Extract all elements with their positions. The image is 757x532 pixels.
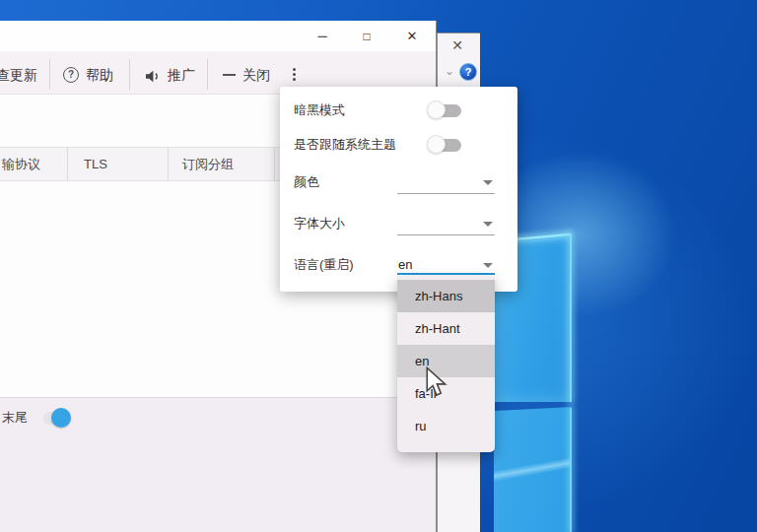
minimize-button[interactable]: ─ — [301, 24, 344, 49]
minus-icon — [223, 74, 236, 76]
toggle-knob — [427, 100, 446, 119]
column-header-subscription-group[interactable]: 订阅分组 — [182, 154, 234, 175]
help-icon[interactable]: ? — [459, 63, 477, 81]
dropdown-item-zh-hans[interactable]: zh-Hans — [397, 280, 495, 312]
close-button[interactable]: ✕ — [390, 24, 434, 49]
language-label: 语言(重启) — [294, 255, 354, 275]
language-combobox-value[interactable]: en — [398, 255, 412, 275]
more-options-icon[interactable] — [289, 66, 299, 86]
help-circle-icon: ? — [63, 67, 79, 83]
color-label: 颜色 — [294, 172, 319, 192]
dark-mode-toggle[interactable] — [427, 100, 462, 120]
chevron-down-icon[interactable] — [483, 222, 493, 227]
chevron-down-icon[interactable] — [483, 180, 493, 185]
help-menu[interactable]: 帮助 — [86, 65, 113, 85]
toolbar-divider — [129, 59, 130, 90]
status-toggle-on[interactable] — [41, 406, 75, 430]
windows-logo-glow-edge — [570, 408, 572, 532]
status-label: 末尾 — [2, 408, 28, 428]
toolbar-divider — [207, 59, 208, 90]
maximize-button[interactable]: □ — [345, 24, 388, 49]
windows-logo-glow-edge — [570, 233, 572, 402]
language-combobox-underline — [397, 273, 495, 275]
font-size-label: 字体大小 — [294, 214, 345, 233]
close-icon[interactable]: ✕ — [449, 37, 465, 53]
dropdown-item-zh-hant[interactable]: zh-Hant — [397, 312, 495, 345]
check-update-menu[interactable]: 查更新 — [0, 65, 37, 85]
mouse-cursor — [424, 366, 447, 402]
toolbar-divider — [49, 59, 50, 90]
follow-system-theme-toggle[interactable] — [427, 135, 462, 155]
column-header-tls[interactable]: TLS — [84, 154, 107, 175]
windows-logo-pane-bottom-right — [494, 407, 572, 532]
screen: ✕ ⌄ ? ─ □ ✕ 查更新 ? 帮助 推广 关闭 输协议 TLS 订阅分组 … — [0, 0, 757, 532]
follow-system-theme-label: 是否跟随系统主题 — [294, 135, 396, 155]
column-divider — [274, 148, 275, 180]
column-header-transport-protocol[interactable]: 输协议 — [2, 154, 40, 175]
promotion-menu[interactable]: 推广 — [168, 65, 195, 85]
close-menu[interactable]: 关闭 — [242, 65, 270, 85]
color-combobox[interactable] — [397, 193, 495, 194]
column-divider — [67, 148, 68, 180]
toggle-knob — [51, 408, 71, 428]
chevron-down-icon[interactable] — [483, 263, 493, 268]
speaker-icon — [145, 69, 161, 87]
chevron-down-icon[interactable]: ⌄ — [443, 63, 456, 79]
column-divider — [168, 148, 169, 180]
font-size-combobox[interactable] — [397, 234, 495, 235]
dark-mode-label: 暗黑模式 — [294, 100, 345, 120]
dropdown-item-ru[interactable]: ru — [397, 410, 495, 442]
toggle-knob — [427, 135, 446, 154]
